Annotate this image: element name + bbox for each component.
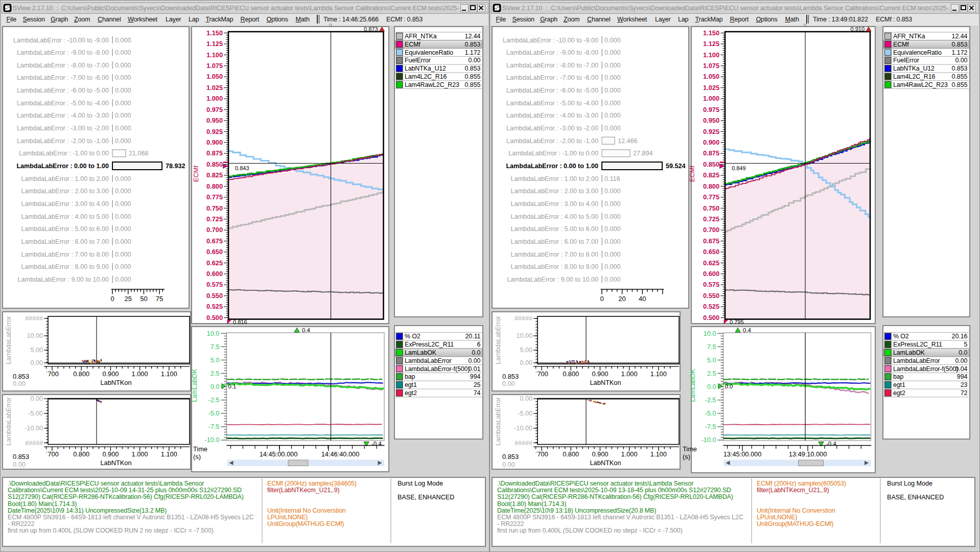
svg-text:LPUnit,NONE): LPUnit,NONE) [757,514,797,521]
svg-text:Burst Log Mode: Burst Log Mode [887,480,932,487]
svg-text:Burst Log Mode: Burst Log Mode [398,480,443,487]
svg-text:- RR2222: - RR2222 [8,520,34,527]
svg-text:- RR2222: - RR2222 [497,520,524,527]
svg-text:S12(27290) Cal(RICESP-RR286-NT: S12(27290) Cal(RICESP-RR286-NTKcalibrati… [497,493,733,500]
svg-text:filter(LabNTKecm_U21,.9): filter(LabNTKecm_U21,.9) [267,487,340,494]
svg-text:ECMf (200Hz) samples(384605): ECMf (200Hz) samples(384605) [267,480,357,487]
svg-text:BASE, ENHANCED: BASE, ENHANCED [887,494,944,501]
svg-text:.\DownloadedData\RICESP\ECU se: .\DownloadedData\RICESP\ECU sensor actua… [497,480,693,487]
svg-text:Unit(Internal No Converstion: Unit(Internal No Converstion [267,507,346,514]
svg-text:filter(LabNTKecm_U21,.9): filter(LabNTKecm_U21,.9) [757,487,829,494]
svg-text:first run up from 0.400L (SLOW: first run up from 0.400L (SLOW COOKED RU… [8,527,214,534]
svg-text:Unit(Internal No Converstion: Unit(Internal No Converstion [757,507,835,514]
svg-text:BASE, ENHANCED: BASE, ENHANCED [398,494,454,501]
svg-text:ECM 4800P SN3916 - 64S9-1813 l: ECM 4800P SN3916 - 64S9-1813 left channe… [497,514,743,521]
svg-text:Boot(1.80) Main(1.714.3): Boot(1.80) Main(1.714.3) [497,500,566,508]
svg-text:DateTime(2025\10\9 14:31) Unco: DateTime(2025\10\9 14:31) UncompressedSi… [8,507,167,514]
svg-text:ECM 4800P SN3916 - 64S9-1813 l: ECM 4800P SN3916 - 64S9-1813 left channe… [8,514,254,521]
svg-text:UnitGroup(MATHUG-ECMf): UnitGroup(MATHUG-ECMf) [267,520,344,527]
svg-text:LPUnit,NONE): LPUnit,NONE) [267,514,308,521]
svg-text:.\DownloadedData\RICESP\ECU se: .\DownloadedData\RICESP\ECU sensor actua… [8,480,204,487]
svg-text:ECMf (200Hz) samples(605053): ECMf (200Hz) samples(605053) [757,480,846,487]
svg-text:DateTime(2025\10\9 13:18) Unco: DateTime(2025\10\9 13:18) UncompressedSi… [497,507,656,514]
svg-text:UnitGroup(MATHUG-ECMf): UnitGroup(MATHUG-ECMf) [757,520,833,527]
svg-text:first run up from 0.400L (SLOW: first run up from 0.400L (SLOW COOKED no… [497,527,683,534]
svg-text:Calibrations\Current ECM tests: Calibrations\Current ECM tests\2025-10-0… [497,487,731,494]
svg-text:S12(27290) Cal(RICESP-RR286-NT: S12(27290) Cal(RICESP-RR286-NTKcalibrati… [8,493,244,500]
svg-text:Boot(1.80) Main(1.714.3): Boot(1.80) Main(1.714.3) [8,500,77,508]
svg-text:Calibrations\Current ECM tests: Calibrations\Current ECM tests\2025-10-0… [8,487,242,494]
